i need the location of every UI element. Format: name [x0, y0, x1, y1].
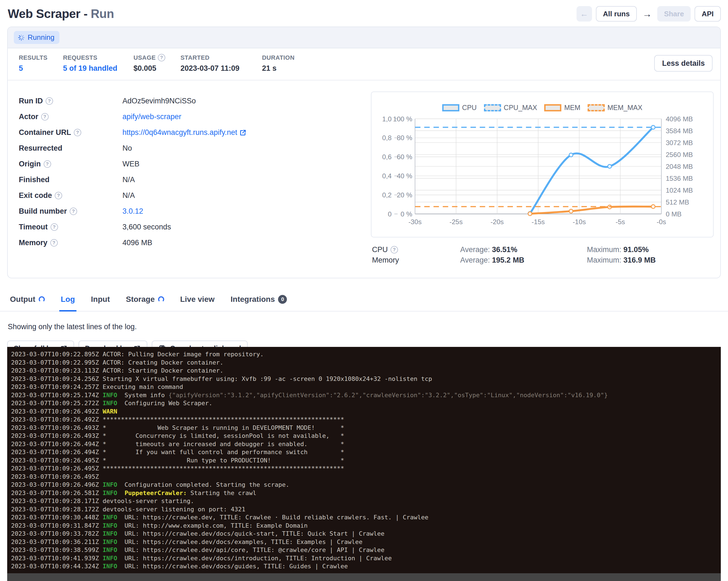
svg-text:1536 MB: 1536 MB	[666, 175, 693, 182]
usage-maximum-value: 316.9 MB	[624, 256, 656, 264]
tab-count-badge: 0	[278, 295, 287, 304]
spinner-icon	[18, 34, 25, 41]
log-timestamp: 2023-03-07T10:09:33.782Z	[11, 530, 103, 537]
api-button[interactable]: API	[695, 6, 721, 22]
log-text: URL: http://www.example.com, TITLE: Exam…	[117, 522, 308, 529]
log-line: 2023-03-07T10:09:28.171Z devtools-server…	[11, 497, 721, 505]
detail-label: Container URL?	[19, 128, 123, 137]
previous-run-button[interactable]: ←	[576, 6, 592, 22]
detail-value-exit-code: N/A	[123, 191, 135, 200]
detail-row-run-id: Run ID?AdOz5evimh9NCiSSo	[19, 93, 360, 109]
log-level-info: INFO	[103, 547, 117, 553]
help-icon: ?	[391, 246, 398, 254]
page-header: Web Scraper - Run ← All runs → Share API	[0, 0, 728, 27]
svg-text:0,4: 0,4	[382, 172, 392, 180]
detail-label: Resurrected	[19, 144, 123, 153]
log-horizontal-scrollbar[interactable]	[7, 573, 721, 581]
next-run-button[interactable]: →	[641, 8, 653, 19]
tab-label: Input	[91, 295, 110, 304]
tab-storage[interactable]: Storage	[126, 295, 164, 311]
detail-row-build-number: Build number?3.0.12	[19, 204, 360, 219]
external-link-icon	[239, 129, 246, 136]
help-icon: ?	[70, 208, 77, 215]
log-level-info: INFO	[103, 538, 117, 545]
usage-maximum-value: 91.05%	[624, 245, 649, 254]
log-notice: Showing only the latest lines of the log…	[8, 322, 728, 331]
stat-value[interactable]: 5 of 19 handled	[63, 64, 133, 73]
stat-label: RESULTS	[19, 54, 63, 61]
log-timestamp: 2023-03-07T10:09:22.995Z	[11, 359, 103, 366]
help-icon: ?	[158, 54, 165, 61]
tab-output[interactable]: Output	[10, 295, 45, 311]
detail-label: Run ID?	[19, 97, 123, 105]
detail-value-actor[interactable]: apify/web-scraper	[123, 112, 181, 121]
legend-item-cpu-max: CPU_MAX	[484, 104, 537, 112]
detail-label: Origin?	[19, 160, 123, 168]
detail-value-origin: WEB	[123, 160, 139, 168]
svg-text:512 MB: 512 MB	[666, 199, 689, 206]
stat-label: STARTED	[180, 54, 262, 61]
stat-label: REQUESTS	[63, 54, 133, 61]
log-timestamp: 2023-03-07T10:09:26.494Z	[11, 441, 103, 448]
tab-input[interactable]: Input	[91, 295, 110, 311]
usage-label: Memory	[372, 256, 460, 265]
log-level-info: INFO	[103, 490, 117, 496]
usage-line-chart: 1,0100 %0,880 %0,660 %0,440 %0,220 %00 %…	[374, 114, 710, 233]
detail-label: Timeout?	[19, 223, 123, 231]
legend-item-mem-max: MEM_MAX	[588, 104, 642, 112]
detail-label-text: Resurrected	[19, 144, 62, 153]
detail-value-build-number[interactable]: 3.0.12	[123, 207, 143, 216]
log-line: 2023-03-07T10:09:26.495Z	[11, 473, 721, 481]
log-level-info: INFO	[103, 522, 117, 529]
log-text: URL: https://crawlee.dev/api/core, TITLE…	[117, 547, 385, 553]
log-text: Starting X virtual framebuffer using: Xv…	[103, 375, 432, 382]
log-line: 2023-03-07T10:09:26.581Z INFO PuppeteerC…	[11, 489, 721, 497]
detail-value-text: WEB	[123, 160, 139, 168]
log-text: URL: https://crawlee.dev/docs/guides, TI…	[117, 563, 348, 570]
log-level-info: INFO	[103, 555, 117, 562]
log-line: 2023-03-07T10:09:22.895Z ACTOR: Pulling …	[11, 350, 721, 359]
detail-label-text: Memory	[19, 239, 48, 247]
detail-row-origin: Origin?WEB	[19, 156, 360, 172]
svg-text:-10s: -10s	[573, 218, 586, 226]
detail-row-exit-code: Exit code?N/A	[19, 188, 360, 204]
tab-integrations[interactable]: Integrations0	[231, 295, 287, 311]
detail-label: Actor?	[19, 112, 123, 121]
detail-label-text: Exit code	[19, 191, 52, 200]
all-runs-button[interactable]: All runs	[596, 6, 637, 22]
detail-value-text: 3,600 seconds	[123, 223, 171, 231]
help-icon: ?	[44, 160, 51, 168]
log-timestamp: 2023-03-07T10:09:26.494Z	[11, 449, 103, 455]
log-text: ****************************************…	[103, 465, 344, 472]
log-timestamp: 2023-03-07T10:09:26.493Z	[11, 432, 103, 439]
log-text: Configuring Web Scraper.	[117, 400, 212, 406]
log-line: 2023-03-07T10:09:31.847Z INFO URL: http:…	[11, 522, 721, 530]
share-button[interactable]: Share	[657, 6, 691, 22]
detail-value-container-url[interactable]: https://0q64wnacgyft.runs.apify.net	[123, 128, 246, 137]
usage-summary: CPU?Average: 36.51%Maximum: 91.05%Memory…	[371, 245, 713, 266]
page-title-main: Web Scraper -	[8, 7, 87, 21]
help-icon: ?	[50, 239, 58, 246]
log-timestamp: 2023-03-07T10:09:26.493Z	[11, 424, 103, 431]
tab-log[interactable]: Log	[61, 295, 75, 311]
log-text: URL: https://crawlee.dev/docs/quick-star…	[117, 530, 385, 537]
detail-label-text: Origin	[19, 160, 41, 168]
detail-label-text: Build number	[19, 207, 67, 216]
chart-legend: CPUCPU_MAXMEMMEM_MAX	[374, 104, 710, 112]
log-line: 2023-03-07T10:09:26.495Z * Run type to P…	[11, 456, 721, 465]
stat-label-text: DURATION	[262, 54, 295, 61]
tab-live-view[interactable]: Live view	[180, 295, 215, 311]
stat-label: DURATION	[262, 54, 317, 61]
usage-label-text: Memory	[372, 256, 399, 265]
details-area: Run ID?AdOz5evimh9NCiSSoActor?apify/web-…	[8, 80, 720, 278]
detail-label: Exit code?	[19, 191, 123, 200]
log-text: URL: https://crawlee.dev/docs/introducti…	[117, 555, 392, 562]
log-output[interactable]: 2023-03-07T10:09:22.895Z ACTOR: Pulling …	[7, 347, 721, 581]
less-details-button[interactable]: Less details	[654, 55, 712, 72]
detail-value-text: apify/web-scraper	[123, 112, 181, 121]
log-line: 2023-03-07T10:09:26.492Z ***************…	[11, 416, 721, 424]
tab-label: Log	[61, 295, 75, 304]
log-timestamp: 2023-03-07T10:09:24.256Z	[11, 375, 103, 382]
stat-duration: DURATION21 s	[262, 54, 317, 73]
stat-value[interactable]: 5	[19, 64, 63, 73]
